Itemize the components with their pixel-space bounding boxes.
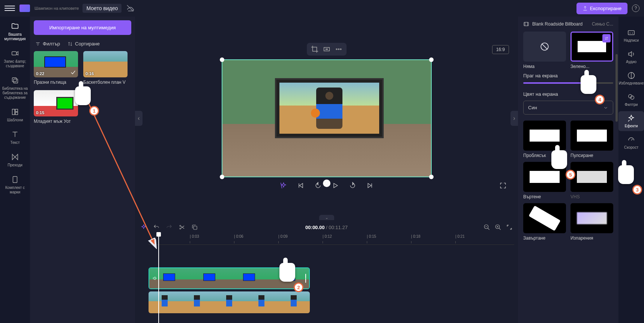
play-icon[interactable] (332, 182, 339, 189)
redo-icon[interactable] (166, 224, 173, 231)
svg-point-12 (180, 228, 181, 229)
selected-clip-secondary: Синьо С... (592, 21, 613, 27)
svg-rect-6 (13, 177, 17, 183)
more-icon[interactable] (335, 45, 343, 53)
filter-button[interactable]: Филтър (35, 41, 60, 47)
zoom-out-icon[interactable] (483, 224, 490, 231)
aspect-ratio-badge[interactable]: 16:9 (492, 45, 509, 54)
effect-pulse[interactable]: Пулсиране (570, 121, 613, 158)
rotate-handle[interactable] (323, 180, 330, 187)
threshold-slider[interactable] (523, 82, 613, 84)
rn-fade[interactable]: Избледняване (618, 68, 644, 88)
panel-collapse-right[interactable]: › (510, 111, 518, 126)
timeline-clip-billboard[interactable] (149, 267, 310, 289)
svg-rect-0 (12, 51, 17, 55)
ruler-mark: | 0:12 (323, 234, 332, 238)
ruler-mark: | 0:06 (234, 234, 243, 238)
nav-templates[interactable]: Шаблони (0, 104, 30, 125)
timeline-clip-basketball[interactable] (149, 291, 310, 313)
media-item-billboard[interactable]: 0:22 Празни пътища (34, 51, 78, 85)
sort-button[interactable]: Сортиране (68, 41, 100, 47)
resize-handle-tl[interactable] (220, 57, 224, 62)
resize-handle-bl[interactable] (220, 175, 224, 179)
help-icon[interactable]: ? (632, 5, 639, 12)
effect-settings-icon[interactable] (602, 34, 611, 42)
ai-tool-icon[interactable] (140, 224, 147, 231)
check-icon (70, 69, 77, 76)
media-panel: Импортиране на мултимедия Филтър Сортира… (30, 17, 135, 323)
nav-text[interactable]: Текст (0, 127, 30, 148)
svg-point-9 (338, 49, 339, 50)
preview-image (222, 60, 431, 177)
forward-10-icon[interactable] (349, 182, 356, 189)
resize-handle-br[interactable] (429, 175, 434, 179)
ai-sparkle-icon[interactable] (280, 182, 287, 189)
clip-trim-right[interactable] (305, 274, 308, 283)
ruler-mark: | 0:18 (411, 234, 420, 238)
svg-rect-13 (194, 226, 197, 229)
app-logo (20, 5, 30, 12)
nav-brand-kit[interactable]: Комплект с марки (0, 172, 30, 198)
none-icon (540, 42, 549, 51)
effect-vhs[interactable]: VHS (570, 162, 613, 199)
duplicate-icon[interactable] (191, 224, 198, 231)
svg-point-11 (180, 225, 181, 226)
playhead[interactable] (158, 234, 159, 323)
effect-flash[interactable]: Проблясък (523, 121, 566, 158)
preview-toolbar (307, 43, 347, 56)
undo-icon[interactable] (153, 224, 160, 231)
effect-rotate[interactable]: Въртене (523, 162, 566, 199)
ruler-mark: | 0:03 (190, 234, 199, 238)
skip-start-icon[interactable] (297, 182, 305, 189)
nav-transitions[interactable]: Преходи (0, 149, 30, 171)
svg-rect-1 (12, 78, 17, 82)
skip-end-icon[interactable] (366, 182, 374, 189)
video-clip-icon (523, 21, 529, 27)
rn-effects[interactable]: Ефекти (618, 111, 644, 131)
media-item-young-man[interactable]: 0:15 Младият мъж Уот (34, 90, 78, 124)
nav-content-library[interactable]: Библиотека на библиотека за съдържание (0, 73, 30, 103)
effect-spin[interactable]: Завъртане (523, 203, 566, 241)
fit-icon[interactable] (323, 45, 331, 53)
scrollbar[interactable] (615, 54, 618, 122)
export-button[interactable]: Експортиране (576, 3, 627, 14)
screen-color-label: Цвят на екрана (523, 91, 613, 97)
properties-panel: Blank Roadside Billboard Синьо С... Няма… (518, 17, 618, 323)
timeline: ⌄ 00:00.00 / 00:11.27 | 0:03| (135, 220, 518, 323)
panel-collapse-left[interactable]: ‹ (135, 111, 143, 126)
video-title[interactable]: Моето видео (83, 4, 122, 13)
screen-color-dropdown[interactable]: Син (523, 101, 613, 115)
zoom-fit-icon[interactable] (506, 224, 513, 231)
timeline-ruler[interactable]: | 0:03| 0:06| 0:09| 0:12| 0:15| 0:18| 0:… (149, 234, 514, 245)
resize-handle-tr[interactable] (429, 57, 434, 62)
rn-captions[interactable]: Надписи (618, 26, 644, 45)
crop-icon[interactable] (311, 45, 319, 53)
fullscreen-icon[interactable] (499, 182, 507, 189)
nav-your-media[interactable]: Вашата мултимедия (0, 19, 30, 44)
split-icon[interactable] (179, 224, 185, 231)
time-display: 00:00.00 / 00:11.27 (305, 225, 348, 230)
rewind-10-icon[interactable] (314, 182, 322, 189)
nav-record-create[interactable]: Запис &amp; създаване (0, 46, 30, 71)
svg-rect-5 (15, 112, 18, 115)
media-item-basketball[interactable]: 0:16 Баскетболен план V (83, 51, 128, 85)
zoom-in-icon[interactable] (495, 224, 501, 231)
ruler-mark: | 0:21 (455, 234, 465, 238)
chevron-down-icon (603, 105, 608, 110)
effect-vapor[interactable]: Изпарения (570, 203, 613, 241)
expand-timeline-icon[interactable]: ⌄ (319, 215, 334, 220)
ruler-mark: | 0:15 (367, 234, 376, 238)
right-nav: Надписи Аудио Избледняване Филтри Ефекти… (618, 17, 644, 323)
rn-audio[interactable]: Аудио (618, 47, 644, 67)
breadcrumb-root[interactable]: Шампион на клиповете (35, 6, 79, 11)
effect-none[interactable]: Няма (523, 32, 566, 69)
rn-filters[interactable]: Филтри (618, 90, 644, 110)
preview-canvas[interactable] (222, 59, 432, 177)
import-media-button[interactable]: Импортиране на мултимедия (34, 20, 131, 35)
cloud-off-icon (126, 4, 134, 12)
svg-rect-4 (15, 109, 18, 112)
svg-point-10 (340, 49, 341, 50)
menu-button[interactable] (5, 3, 15, 14)
rn-speed[interactable]: Скорост (618, 133, 644, 152)
effect-greenscreen[interactable]: Зелено... (570, 32, 613, 69)
